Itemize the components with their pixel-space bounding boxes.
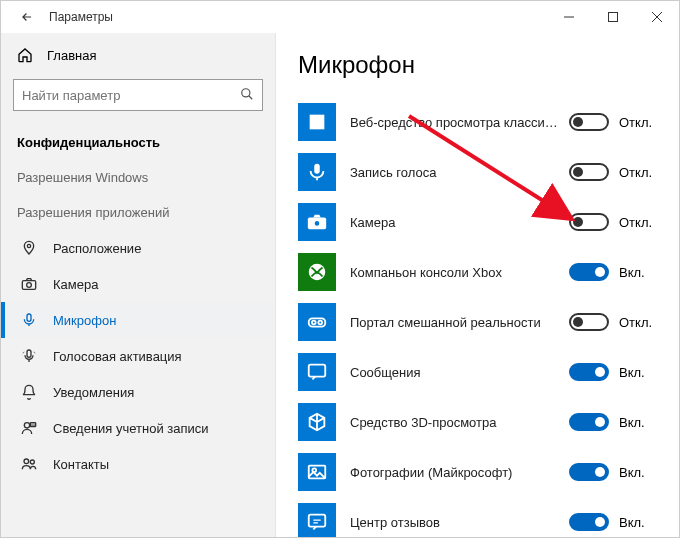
svg-point-4 (27, 283, 32, 288)
sidebar-item-label: Сведения учетной записи (53, 421, 209, 436)
app-row: Средство 3D-просмотраВкл. (298, 397, 657, 447)
toggle-switch[interactable] (569, 463, 609, 481)
back-button[interactable] (13, 10, 41, 24)
app-icon (298, 303, 336, 341)
app-icon (298, 453, 336, 491)
toggle-switch[interactable] (569, 263, 609, 281)
app-icon (298, 353, 336, 391)
toggle-state-label: Вкл. (619, 265, 645, 280)
svg-rect-3 (22, 281, 35, 290)
toggle-state-label: Откл. (619, 165, 652, 180)
app-icon (298, 153, 336, 191)
toggle-switch[interactable] (569, 313, 609, 331)
svg-rect-0 (609, 13, 618, 22)
search-icon (240, 87, 254, 104)
sidebar-item-label: Голосовая активация (53, 349, 182, 364)
toggle-state-label: Вкл. (619, 465, 645, 480)
app-row: Портал смешанной реальностиОткл. (298, 297, 657, 347)
bell-icon (21, 384, 37, 400)
sidebar-section-apps: Разрешения приложений (1, 195, 275, 230)
svg-rect-8 (30, 423, 35, 427)
app-row: Запись голосаОткл. (298, 147, 657, 197)
search-input-wrap[interactable] (13, 79, 263, 111)
app-name: Сообщения (350, 365, 569, 380)
app-name: Средство 3D-просмотра (350, 415, 569, 430)
svg-rect-5 (27, 314, 31, 321)
svg-point-7 (24, 423, 29, 428)
toggle-state-label: Вкл. (619, 365, 645, 380)
toggle-switch[interactable] (569, 113, 609, 131)
app-row: Веб-средство просмотра классических...От… (298, 97, 657, 147)
svg-rect-19 (309, 365, 326, 377)
sidebar-item-label: Камера (53, 277, 98, 292)
svg-rect-12 (314, 164, 320, 174)
sidebar: Главная Конфиденциальность Разрешения Wi… (1, 33, 276, 537)
page-title: Микрофон (298, 51, 657, 79)
sidebar-item-notifications[interactable]: Уведомления (1, 374, 275, 410)
svg-point-18 (318, 321, 322, 325)
svg-point-1 (242, 88, 250, 96)
toggle-switch[interactable] (569, 163, 609, 181)
sidebar-item-account[interactable]: Сведения учетной записи (1, 410, 275, 446)
search-input[interactable] (22, 88, 240, 103)
sidebar-item-label: Контакты (53, 457, 109, 472)
location-icon (21, 240, 37, 256)
toggle-state-label: Откл. (619, 115, 652, 130)
sidebar-item-voice[interactable]: Голосовая активация (1, 338, 275, 374)
toggle-state-label: Вкл. (619, 415, 645, 430)
sidebar-item-contacts[interactable]: Контакты (1, 446, 275, 482)
maximize-button[interactable] (591, 1, 635, 33)
camera-icon (21, 276, 37, 292)
app-name: Запись голоса (350, 165, 569, 180)
home-icon (17, 47, 33, 63)
toggle-state-label: Откл. (619, 315, 652, 330)
voice-icon (21, 348, 37, 364)
app-row: Фотографии (Майкрософт)Вкл. (298, 447, 657, 497)
app-name: Камера (350, 215, 569, 230)
svg-rect-11 (310, 115, 325, 130)
sidebar-section-windows: Разрешения Windows (1, 160, 275, 195)
app-icon (298, 203, 336, 241)
sidebar-category: Конфиденциальность (1, 125, 275, 160)
contacts-icon (21, 456, 37, 472)
home-label: Главная (47, 48, 96, 63)
app-icon (298, 503, 336, 537)
app-icon (298, 403, 336, 441)
svg-point-17 (312, 321, 316, 325)
toggle-switch[interactable] (569, 363, 609, 381)
toggle-switch[interactable] (569, 213, 609, 231)
content-pane: Микрофон Веб-средство просмотра классиче… (276, 33, 679, 537)
sidebar-item-microphone[interactable]: Микрофон (1, 302, 275, 338)
svg-point-10 (30, 460, 34, 464)
sidebar-item-label: Уведомления (53, 385, 134, 400)
sidebar-item-location[interactable]: Расположение (1, 230, 275, 266)
sidebar-item-label: Расположение (53, 241, 141, 256)
microphone-icon (21, 312, 37, 328)
home-link[interactable]: Главная (1, 39, 275, 71)
app-row: КамераОткл. (298, 197, 657, 247)
titlebar: Параметры (1, 1, 679, 33)
app-icon (298, 253, 336, 291)
toggle-switch[interactable] (569, 413, 609, 431)
app-name: Веб-средство просмотра классических... (350, 115, 569, 130)
sidebar-item-label: Микрофон (53, 313, 116, 328)
toggle-state-label: Откл. (619, 215, 652, 230)
app-row: Компаньон консоли XboxВкл. (298, 247, 657, 297)
close-button[interactable] (635, 1, 679, 33)
svg-point-2 (27, 244, 30, 247)
toggle-state-label: Вкл. (619, 515, 645, 530)
window-title: Параметры (49, 10, 113, 24)
sidebar-item-camera[interactable]: Камера (1, 266, 275, 302)
minimize-button[interactable] (547, 1, 591, 33)
account-icon (21, 420, 37, 436)
svg-point-9 (24, 459, 29, 464)
app-row: СообщенияВкл. (298, 347, 657, 397)
svg-point-14 (314, 220, 320, 226)
svg-rect-6 (27, 350, 31, 357)
app-name: Центр отзывов (350, 515, 569, 530)
app-name: Компаньон консоли Xbox (350, 265, 569, 280)
app-name: Фотографии (Майкрософт) (350, 465, 569, 480)
toggle-switch[interactable] (569, 513, 609, 531)
app-name: Портал смешанной реальности (350, 315, 569, 330)
app-row: Центр отзывовВкл. (298, 497, 657, 537)
